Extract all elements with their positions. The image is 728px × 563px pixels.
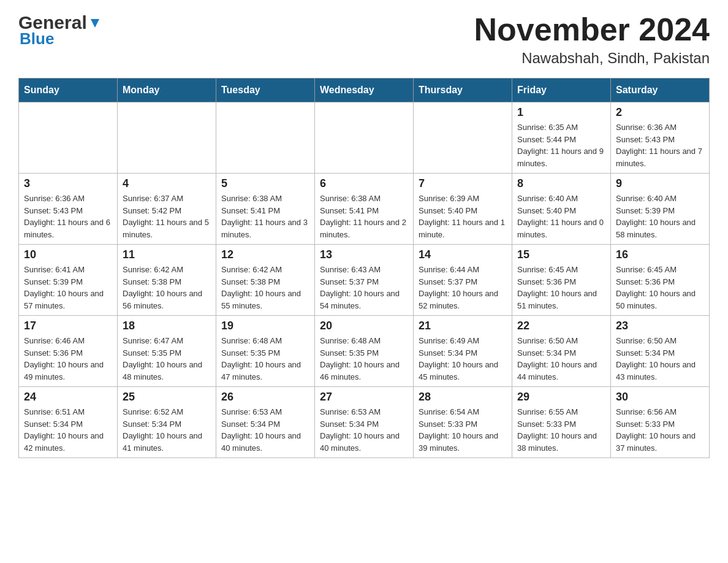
day-number: 19 [221, 320, 309, 332]
calendar-cell: 15Sunrise: 6:45 AM Sunset: 5:36 PM Dayli… [512, 245, 611, 316]
logo-blue-text: Blue [20, 29, 54, 48]
day-number: 27 [320, 391, 408, 404]
day-info: Sunrise: 6:42 AM Sunset: 5:38 PM Dayligh… [123, 264, 211, 312]
weekday-header-wednesday: Wednesday [315, 79, 414, 102]
calendar-cell: 27Sunrise: 6:53 AM Sunset: 5:34 PM Dayli… [315, 387, 414, 458]
calendar-week-row: 17Sunrise: 6:46 AM Sunset: 5:36 PM Dayli… [19, 316, 710, 387]
day-number: 5 [221, 177, 309, 190]
day-info: Sunrise: 6:37 AM Sunset: 5:42 PM Dayligh… [123, 193, 211, 240]
weekday-header-friday: Friday [512, 79, 611, 102]
day-info: Sunrise: 6:51 AM Sunset: 5:34 PM Dayligh… [24, 406, 112, 454]
calendar-cell: 30Sunrise: 6:56 AM Sunset: 5:33 PM Dayli… [611, 387, 710, 458]
day-number: 16 [616, 248, 704, 261]
calendar-week-row: 1Sunrise: 6:35 AM Sunset: 5:44 PM Daylig… [19, 102, 710, 174]
calendar-cell: 17Sunrise: 6:46 AM Sunset: 5:36 PM Dayli… [19, 316, 118, 387]
day-info: Sunrise: 6:41 AM Sunset: 5:39 PM Dayligh… [24, 264, 112, 312]
calendar-week-row: 24Sunrise: 6:51 AM Sunset: 5:34 PM Dayli… [19, 387, 710, 458]
calendar-cell: 23Sunrise: 6:50 AM Sunset: 5:34 PM Dayli… [611, 316, 710, 387]
day-info: Sunrise: 6:36 AM Sunset: 5:43 PM Dayligh… [24, 193, 112, 240]
day-info: Sunrise: 6:53 AM Sunset: 5:34 PM Dayligh… [320, 406, 408, 454]
calendar-cell: 5Sunrise: 6:38 AM Sunset: 5:41 PM Daylig… [216, 174, 315, 245]
day-info: Sunrise: 6:49 AM Sunset: 5:34 PM Dayligh… [419, 335, 507, 383]
day-info: Sunrise: 6:35 AM Sunset: 5:44 PM Dayligh… [517, 121, 605, 169]
day-info: Sunrise: 6:50 AM Sunset: 5:34 PM Dayligh… [616, 335, 704, 383]
calendar-cell: 14Sunrise: 6:44 AM Sunset: 5:37 PM Dayli… [414, 245, 512, 316]
logo-triangle-icon [88, 17, 102, 30]
day-info: Sunrise: 6:52 AM Sunset: 5:34 PM Dayligh… [123, 406, 211, 454]
calendar-cell: 26Sunrise: 6:53 AM Sunset: 5:34 PM Dayli… [216, 387, 315, 458]
calendar-cell: 10Sunrise: 6:41 AM Sunset: 5:39 PM Dayli… [19, 245, 118, 316]
day-number: 10 [24, 248, 112, 261]
day-number: 11 [123, 248, 211, 261]
day-info: Sunrise: 6:47 AM Sunset: 5:35 PM Dayligh… [123, 335, 211, 383]
calendar-cell: 1Sunrise: 6:35 AM Sunset: 5:44 PM Daylig… [512, 102, 611, 174]
calendar-cell: 29Sunrise: 6:55 AM Sunset: 5:33 PM Dayli… [512, 387, 611, 458]
calendar-cell: 12Sunrise: 6:42 AM Sunset: 5:38 PM Dayli… [216, 245, 315, 316]
day-number: 25 [123, 391, 211, 404]
day-info: Sunrise: 6:45 AM Sunset: 5:36 PM Dayligh… [616, 264, 704, 312]
day-number: 28 [419, 391, 507, 404]
calendar-cell [19, 102, 118, 174]
day-info: Sunrise: 6:54 AM Sunset: 5:33 PM Dayligh… [419, 406, 507, 454]
day-info: Sunrise: 6:43 AM Sunset: 5:37 PM Dayligh… [320, 264, 408, 312]
calendar-cell [216, 102, 315, 174]
weekday-header-tuesday: Tuesday [216, 79, 315, 102]
calendar-week-row: 3Sunrise: 6:36 AM Sunset: 5:43 PM Daylig… [19, 174, 710, 245]
day-number: 4 [123, 177, 211, 190]
month-title: November 2024 [474, 12, 710, 47]
day-info: Sunrise: 6:45 AM Sunset: 5:36 PM Dayligh… [517, 264, 605, 312]
day-number: 13 [320, 248, 408, 261]
day-info: Sunrise: 6:46 AM Sunset: 5:36 PM Dayligh… [24, 335, 112, 383]
weekday-header-monday: Monday [118, 79, 216, 102]
svg-marker-0 [91, 19, 99, 28]
day-number: 3 [24, 177, 112, 190]
calendar-cell: 8Sunrise: 6:40 AM Sunset: 5:40 PM Daylig… [512, 174, 611, 245]
day-number: 18 [123, 320, 211, 332]
calendar-cell: 22Sunrise: 6:50 AM Sunset: 5:34 PM Dayli… [512, 316, 611, 387]
day-number: 20 [320, 320, 408, 332]
day-info: Sunrise: 6:50 AM Sunset: 5:34 PM Dayligh… [517, 335, 605, 383]
calendar-cell: 4Sunrise: 6:37 AM Sunset: 5:42 PM Daylig… [118, 174, 216, 245]
calendar-cell: 24Sunrise: 6:51 AM Sunset: 5:34 PM Dayli… [19, 387, 118, 458]
day-number: 1 [517, 106, 605, 119]
calendar-cell: 7Sunrise: 6:39 AM Sunset: 5:40 PM Daylig… [414, 174, 512, 245]
day-number: 24 [24, 391, 112, 404]
day-number: 29 [517, 391, 605, 404]
calendar-cell: 16Sunrise: 6:45 AM Sunset: 5:36 PM Dayli… [611, 245, 710, 316]
day-number: 17 [24, 320, 112, 332]
day-info: Sunrise: 6:38 AM Sunset: 5:41 PM Dayligh… [221, 193, 309, 240]
calendar-cell: 20Sunrise: 6:48 AM Sunset: 5:35 PM Dayli… [315, 316, 414, 387]
calendar-cell: 9Sunrise: 6:40 AM Sunset: 5:39 PM Daylig… [611, 174, 710, 245]
calendar-cell [315, 102, 414, 174]
page-header: General Blue November 2024 Nawabshah, Si… [18, 12, 710, 67]
day-number: 30 [616, 391, 704, 404]
weekday-header-row: SundayMondayTuesdayWednesdayThursdayFrid… [19, 79, 710, 102]
calendar-cell: 13Sunrise: 6:43 AM Sunset: 5:37 PM Dayli… [315, 245, 414, 316]
day-number: 6 [320, 177, 408, 190]
day-info: Sunrise: 6:39 AM Sunset: 5:40 PM Dayligh… [419, 193, 507, 240]
day-info: Sunrise: 6:38 AM Sunset: 5:41 PM Dayligh… [320, 193, 408, 240]
day-number: 21 [419, 320, 507, 332]
day-info: Sunrise: 6:36 AM Sunset: 5:43 PM Dayligh… [616, 121, 704, 169]
calendar-cell: 11Sunrise: 6:42 AM Sunset: 5:38 PM Dayli… [118, 245, 216, 316]
calendar-cell: 21Sunrise: 6:49 AM Sunset: 5:34 PM Dayli… [414, 316, 512, 387]
day-number: 26 [221, 391, 309, 404]
day-info: Sunrise: 6:44 AM Sunset: 5:37 PM Dayligh… [419, 264, 507, 312]
calendar-cell: 28Sunrise: 6:54 AM Sunset: 5:33 PM Dayli… [414, 387, 512, 458]
calendar-cell: 6Sunrise: 6:38 AM Sunset: 5:41 PM Daylig… [315, 174, 414, 245]
day-info: Sunrise: 6:55 AM Sunset: 5:33 PM Dayligh… [517, 406, 605, 454]
logo: General Blue [18, 12, 102, 48]
title-area: November 2024 Nawabshah, Sindh, Pakistan [474, 12, 710, 67]
day-info: Sunrise: 6:48 AM Sunset: 5:35 PM Dayligh… [221, 335, 309, 383]
day-number: 7 [419, 177, 507, 190]
day-number: 8 [517, 177, 605, 190]
weekday-header-saturday: Saturday [611, 79, 710, 102]
weekday-header-thursday: Thursday [414, 79, 512, 102]
day-number: 15 [517, 248, 605, 261]
day-info: Sunrise: 6:53 AM Sunset: 5:34 PM Dayligh… [221, 406, 309, 454]
calendar-cell [118, 102, 216, 174]
calendar-cell: 19Sunrise: 6:48 AM Sunset: 5:35 PM Dayli… [216, 316, 315, 387]
day-info: Sunrise: 6:56 AM Sunset: 5:33 PM Dayligh… [616, 406, 704, 454]
calendar-table: SundayMondayTuesdayWednesdayThursdayFrid… [18, 78, 710, 458]
day-number: 2 [616, 106, 704, 119]
